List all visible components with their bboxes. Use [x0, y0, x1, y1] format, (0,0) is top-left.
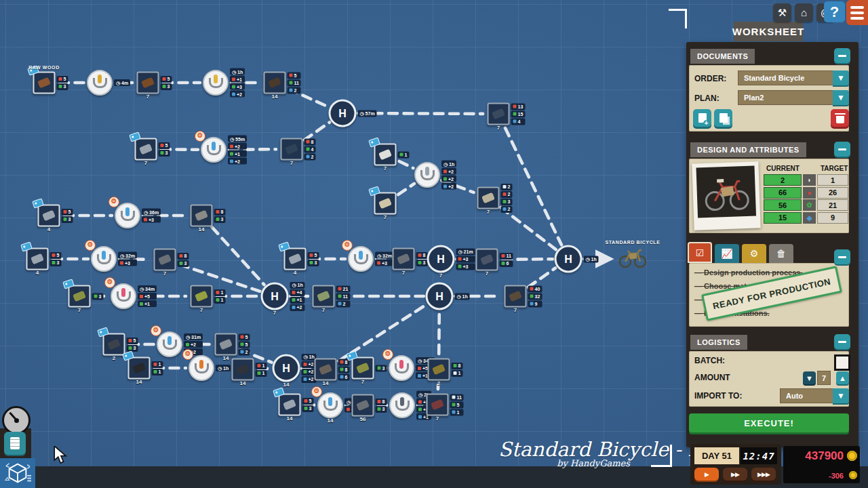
attr-dot-g — [180, 262, 183, 265]
mat-node-M1[interactable]: 5314 — [279, 394, 301, 416]
mat-node-B1[interactable]: 537 — [135, 138, 157, 161]
item-node-I5[interactable]: 1167 — [476, 249, 498, 271]
mach-node-I2[interactable]: ⚙◷32m+3 — [348, 246, 374, 272]
delete-plan-button[interactable] — [831, 109, 849, 127]
help-button[interactable]: ? — [824, 1, 845, 22]
notes-collapse-button[interactable] — [834, 249, 850, 264]
mat-node-C2[interactable]: 7 — [374, 192, 397, 215]
order-dropdown[interactable]: Standard Bicycle — [738, 70, 839, 85]
mach-node-A4[interactable]: ◷1h+1+3+2 — [203, 70, 229, 96]
mach-node-M2[interactable]: ⚙◷2h+314 — [317, 392, 343, 418]
mach-node-E2[interactable]: ⚙◷32m+3 — [91, 246, 117, 272]
mat-node-J1[interactable]: 532 — [103, 333, 125, 356]
design-collapse-button[interactable] — [834, 142, 850, 157]
tab-stats[interactable]: 📈 — [715, 244, 739, 263]
item-node-H2[interactable]: 403297 — [505, 285, 527, 308]
attribute-badge: +2 — [184, 341, 203, 348]
item-node-J3[interactable]: 55214 — [215, 333, 237, 356]
mat-node-I1[interactable]: 534 — [284, 248, 307, 270]
asm-node-I4[interactable]: H◷21m+3+37 — [427, 245, 455, 273]
item-node-M3[interactable]: 8356 — [352, 394, 374, 417]
asm-node-A6[interactable]: H◷57m — [329, 100, 357, 127]
fast-forward-button[interactable]: ▶▶ — [723, 468, 747, 481]
worksheet-toggle-button[interactable] — [4, 432, 26, 455]
mach-node-B2[interactable]: ⚙◷55m+2+1+2 — [201, 137, 226, 163]
tab-machines[interactable]: ⚙ — [742, 244, 766, 263]
new-plan-button[interactable] — [693, 109, 711, 127]
mat-node-A1[interactable]: 53RAW WOOD — [33, 72, 56, 94]
play-button[interactable]: ▶ — [694, 468, 719, 481]
copy-plan-button[interactable] — [714, 109, 732, 127]
item-node-I3[interactable]: 837 — [393, 248, 415, 270]
attr-dot-b — [232, 92, 235, 96]
machine-tool — [167, 336, 172, 345]
attribute-badge: 5 — [50, 252, 62, 259]
item-node-A7[interactable]: 131547 — [488, 103, 510, 125]
logistics-collapse-button[interactable] — [834, 334, 850, 349]
badge-value: 3 — [508, 199, 511, 204]
mat-node-C1[interactable]: 17 — [374, 144, 397, 166]
item-node-F3[interactable]: 117 — [191, 285, 213, 308]
badge-stack: ◷1h — [455, 293, 470, 300]
item-node-M5[interactable]: 11517 — [427, 394, 449, 416]
execute-button[interactable]: EXECUTE! — [689, 413, 849, 432]
fastest-button[interactable]: ▶▶▶ — [751, 468, 776, 481]
attribute-badge: +2 — [441, 176, 456, 182]
item-node-B3[interactable]: 8427 — [281, 138, 303, 161]
quantity-label: 7 — [144, 160, 147, 166]
plan-dropdown[interactable]: Plan2 — [738, 90, 839, 105]
home-button[interactable]: ⌂ — [795, 3, 813, 22]
badge-value: +2 — [309, 377, 314, 382]
asm-node-Z1[interactable]: H◷1h — [555, 245, 583, 273]
badge-value: 6 — [345, 375, 348, 380]
mat-node-F1[interactable]: 37 — [68, 285, 91, 308]
item-node-C4[interactable]: 22327 — [477, 187, 500, 209]
amount-increase-button[interactable]: ▲ — [836, 371, 849, 384]
documents-collapse-button[interactable] — [834, 48, 850, 63]
tools-button[interactable]: ⚒ — [773, 3, 791, 22]
item-node-K3[interactable]: 1114 — [232, 359, 254, 381]
quantity-label: 7 — [436, 415, 439, 422]
import-dropdown-chevron-icon[interactable]: ▼ — [833, 388, 849, 403]
mach-node-A2[interactable]: ◷4m — [87, 70, 113, 96]
attribute-badge: 8 — [452, 363, 463, 369]
amount-value[interactable]: 7 — [817, 371, 831, 385]
item-node-G2[interactable]: 211127 — [313, 285, 335, 308]
menu-button[interactable] — [846, 0, 868, 25]
attr-dot-r — [161, 144, 164, 147]
prod-node-Z2[interactable]: STANDARD BICYCLE — [617, 247, 648, 271]
badge-value: 3 — [57, 260, 60, 265]
asm-node-K4[interactable]: H◷1h+2+2+214 — [273, 354, 300, 382]
mat-node-L1[interactable]: 37 — [352, 357, 374, 380]
mach-node-M4[interactable]: ◷2h+3+2+1 — [389, 392, 415, 418]
asm-node-H1[interactable]: H◷1h — [426, 283, 454, 310]
mach-node-C3[interactable]: ◷1h+2+2+2 — [414, 162, 440, 188]
amount-decrease-button[interactable]: ▼ — [803, 371, 816, 384]
order-dropdown-chevron-icon[interactable]: ▼ — [833, 70, 849, 85]
mach-node-J2[interactable]: ⚙◷31m+2+2 — [157, 331, 182, 357]
mach-node-F2[interactable]: ⚙◷34m+5+1 — [111, 283, 136, 309]
mat-node-D1[interactable]: 534 — [38, 205, 60, 227]
item-node-L3[interactable]: 812 — [428, 359, 450, 381]
item-node-D3[interactable]: 8314 — [191, 205, 213, 227]
import-to-dropdown[interactable]: Auto — [780, 388, 839, 403]
tab-checklist[interactable]: ☑ — [688, 242, 712, 263]
production-planner-button[interactable] — [0, 458, 35, 488]
mat-node-K1[interactable]: 1114 — [128, 357, 151, 380]
mach-node-L2[interactable]: ⚙◷34m+5+1 — [389, 355, 414, 381]
item-node-A3[interactable]: 537 — [137, 72, 159, 94]
item-node-E3[interactable]: 837 — [154, 249, 176, 271]
asm-node-G1[interactable]: H◷1h+4+1+27 — [261, 283, 289, 310]
item-icon — [378, 198, 392, 209]
time-badge: ◷4m — [114, 79, 130, 86]
speed-gauge[interactable] — [2, 406, 31, 434]
item-node-A5[interactable]: 511214 — [264, 72, 286, 94]
mach-node-K2[interactable]: ⚙◷1h — [189, 355, 214, 381]
plan-dropdown-chevron-icon[interactable]: ▼ — [833, 90, 849, 105]
time-badge: ◷1h — [216, 365, 231, 371]
mat-node-E1[interactable]: 534 — [26, 248, 49, 270]
mach-node-D2[interactable]: ⚙◷36m+3 — [115, 203, 140, 228]
tab-discard[interactable]: 🗑 — [769, 244, 793, 263]
item-node-K5[interactable]: 88614 — [315, 359, 337, 381]
batch-checkbox[interactable] — [834, 354, 850, 371]
